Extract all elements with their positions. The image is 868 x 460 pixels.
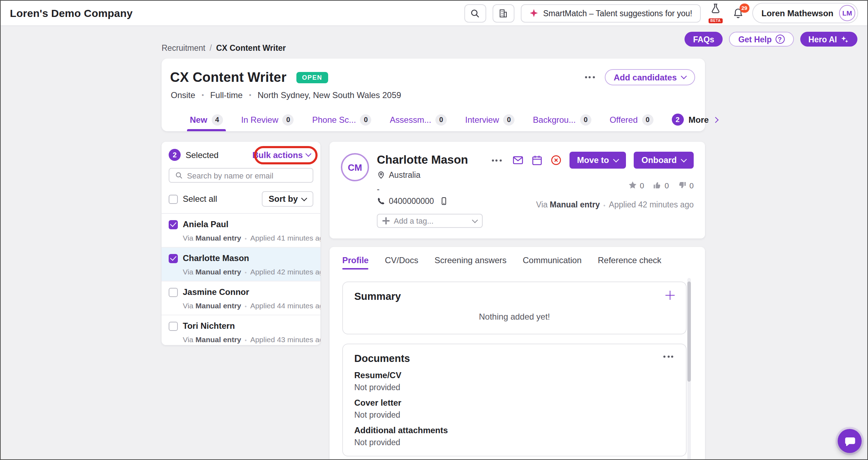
more-stages-button[interactable]: 2 More [671, 114, 718, 126]
sort-by-label: Sort by [269, 194, 298, 204]
stage-tab-count: 0 [503, 114, 514, 125]
list-item-jasmine-connor[interactable]: Jasmine Connor ViaManual entryApplied 44… [162, 282, 320, 315]
stage-tab-count: 0 [360, 114, 372, 125]
schedule-interview-button[interactable] [531, 155, 542, 166]
tab-screening-answers[interactable]: Screening answers [434, 247, 506, 274]
selection-row: 2 Selected Bulk actions [162, 142, 320, 167]
thumbs-up-button[interactable]: 0 [653, 181, 669, 190]
move-to-button[interactable]: Move to [569, 152, 626, 169]
stage-tab-in-review[interactable]: In Review 0 [241, 108, 294, 131]
thumbs-up-count: 0 [665, 181, 669, 189]
list-item-aniela-paul[interactable]: Aniela Paul ViaManual entryApplied 41 mi… [162, 214, 320, 248]
stage-tab-count: 0 [435, 114, 447, 125]
notifications-button[interactable]: 29 [733, 7, 744, 19]
search-button[interactable] [464, 4, 486, 22]
chevron-right-icon [713, 117, 719, 123]
tab-profile[interactable]: Profile [342, 247, 369, 274]
user-menu[interactable]: Loren Mathewson LM [752, 3, 858, 23]
selected-count-badge: 2 [169, 149, 181, 161]
applied-label: Applied 42 minutes ago [241, 267, 320, 276]
via-label: Via [536, 200, 548, 209]
job-title: CX Content Writer [170, 69, 287, 85]
stage-tab-offered[interactable]: Offered 0 [610, 108, 653, 131]
stage-tab-new[interactable]: New 4 [190, 108, 223, 131]
stage-tab-count: 4 [211, 114, 223, 125]
user-avatar: LM [839, 5, 855, 21]
faqs-button[interactable]: FAQs [685, 32, 723, 47]
breadcrumb-recruitment[interactable]: Recruitment [162, 44, 205, 52]
select-all-label: Select all [183, 194, 217, 204]
document-label: Resume/CV [354, 370, 675, 380]
document-value: Not provided [354, 411, 675, 419]
candidate-list-panel: 2 Selected Bulk actions Select all Sort … [162, 142, 320, 345]
candidate-search [169, 168, 313, 183]
app-screen: Loren's Demo Company SmartMatch – Talent… [0, 0, 868, 460]
beta-features-button[interactable]: BETA [707, 3, 724, 23]
thumb-down-icon [677, 181, 687, 190]
candidate-search-input[interactable] [187, 171, 307, 180]
stage-tab-label: Assessm... [390, 115, 431, 125]
organisation-button[interactable] [492, 4, 514, 22]
tab-label: CV/Docs [385, 255, 418, 265]
smartmatch-button[interactable]: SmartMatch – Talent suggestions for you! [520, 4, 701, 22]
add-summary-button[interactable] [665, 291, 675, 300]
candidate-checkbox[interactable] [169, 321, 178, 331]
candidate-name: Jasmine Connor [183, 287, 249, 297]
applied-label: Applied 42 minutes ago [600, 200, 694, 209]
documents-more-button[interactable] [661, 353, 676, 361]
list-item-tori-nichtern[interactable]: Tori Nichtern ViaManual entryApplied 43 … [162, 315, 320, 345]
get-help-button[interactable]: Get Help ? [729, 32, 794, 47]
via-label: Via [183, 301, 193, 310]
bulk-actions-button[interactable]: Bulk actions [252, 150, 313, 160]
tab-cv-docs[interactable]: CV/Docs [385, 247, 418, 274]
add-tag-dropdown[interactable]: Add a tag... [377, 214, 483, 228]
company-name: Loren's Demo Company [10, 7, 133, 19]
stage-tab-phone-screen[interactable]: Phone Sc... 0 [312, 108, 372, 131]
job-more-actions-button[interactable] [582, 73, 597, 81]
email-candidate-button[interactable] [512, 155, 523, 166]
stage-tab-label: Offered [610, 115, 638, 125]
via-label: Via [183, 267, 193, 276]
sort-by-button[interactable]: Sort by [261, 191, 313, 207]
smartmatch-icon [529, 8, 538, 18]
move-to-label: Move to [577, 155, 609, 165]
scrollbar-thumb[interactable] [687, 282, 691, 382]
chat-launcher-button[interactable] [838, 429, 862, 453]
candidate-checkbox[interactable] [169, 254, 178, 263]
source-label: Manual entry [195, 234, 241, 242]
thumb-up-icon [653, 181, 662, 190]
add-candidates-button[interactable]: Add candidates [604, 69, 695, 85]
help-buttons: FAQs Get Help ? Hero AI [685, 32, 857, 47]
onboard-button[interactable]: Onboard [634, 152, 694, 169]
source-label: Manual entry [195, 301, 241, 310]
documents-section: Documents Resume/CV Not provided Cover l… [342, 344, 687, 456]
tab-reference-check[interactable]: Reference check [598, 247, 661, 274]
list-item-charlotte-mason[interactable]: Charlotte Mason ViaManual entryApplied 4… [162, 248, 320, 282]
onboard-label: Onboard [641, 155, 677, 165]
candidate-detail-header: CM Charlotte Mason Australia - 040000000… [330, 142, 705, 238]
stage-tab-count: 0 [580, 114, 591, 125]
candidate-more-actions-button[interactable] [489, 156, 504, 164]
candidate-phone: 0400000000 [389, 197, 434, 205]
top-bar: Loren's Demo Company SmartMatch – Talent… [1, 1, 867, 26]
plus-icon [382, 217, 390, 224]
tab-communication[interactable]: Communication [523, 247, 582, 274]
profile-tabs: Profile CV/Docs Screening answers Commun… [330, 247, 705, 274]
candidate-checkbox[interactable] [169, 220, 178, 229]
chevron-down-icon [301, 195, 307, 201]
select-all-checkbox[interactable] [169, 194, 178, 204]
stage-tab-label: In Review [241, 115, 278, 125]
candidate-checkbox[interactable] [169, 288, 178, 297]
chevron-down-icon [306, 151, 312, 157]
stage-tab-label: New [190, 115, 207, 125]
stage-tab-background[interactable]: Backgrou... 0 [533, 108, 591, 131]
reject-candidate-button[interactable] [550, 155, 561, 166]
stage-tab-count: 0 [642, 114, 653, 125]
hero-ai-button[interactable]: Hero AI [800, 32, 857, 47]
chat-bubble-icon [844, 435, 856, 447]
applied-label: Applied 44 minutes ago [241, 301, 320, 310]
stage-tab-interview[interactable]: Interview 0 [465, 108, 514, 131]
star-rating-button[interactable]: 0 [628, 181, 644, 190]
thumbs-down-button[interactable]: 0 [677, 181, 694, 190]
stage-tab-assessment[interactable]: Assessm... 0 [390, 108, 447, 131]
